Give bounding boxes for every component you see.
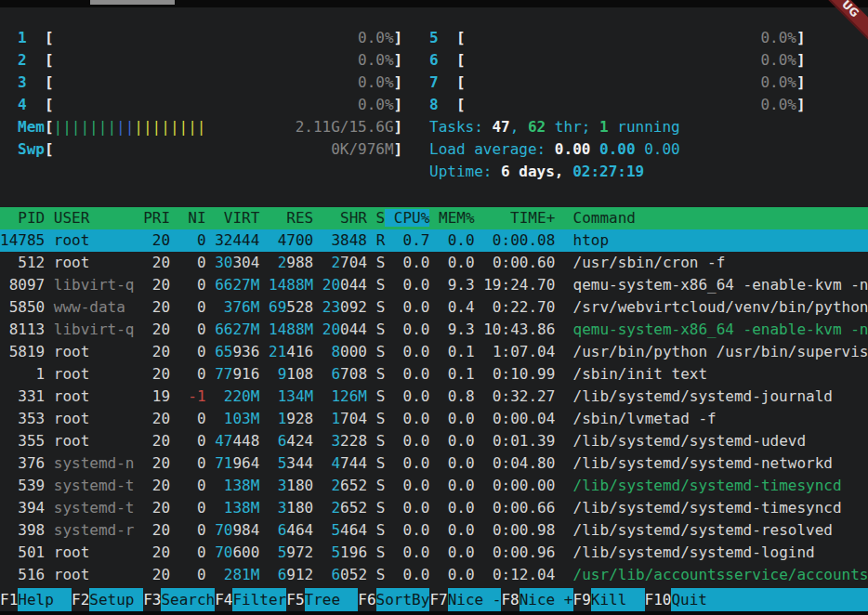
fn-action-nice-[interactable]: Nice + (519, 588, 573, 611)
column-header-pid[interactable]: PID (0, 209, 54, 227)
mem-cell: 0.0 (439, 521, 483, 539)
fn-key-f7[interactable]: F7 (429, 588, 447, 611)
fn-action-setup[interactable]: Setup (89, 588, 143, 611)
process-row[interactable]: 376 systemd-n 20 0 71964 5344 4744 S 0.0… (0, 452, 868, 475)
column-header-command[interactable]: Command (555, 209, 636, 227)
mem-cell: 0.0 (439, 566, 483, 583)
meter-close-bracket: ] (394, 96, 403, 113)
pid-cell: 1 (0, 365, 54, 383)
mem-value-highlight: 138M (224, 477, 260, 494)
column-header-shr[interactable]: SHR (322, 209, 376, 227)
pri-cell: 20 (143, 343, 179, 360)
meter-close-bracket: ] (796, 96, 806, 113)
column-header-user[interactable]: USER (54, 209, 143, 227)
meter-bar-area: 0K/976M (54, 138, 394, 161)
mem-value-highlight: 6 (278, 432, 287, 450)
mem-value: 044 (340, 276, 367, 294)
meter-bar-area: 0.0% (466, 72, 796, 94)
mem-cell: 0.0 (439, 432, 483, 450)
process-row[interactable]: 355 root 20 0 47448 6424 3228 S 0.0 0.0 … (0, 430, 868, 452)
fn-key-f4[interactable]: F4 (215, 588, 232, 611)
fn-key-f2[interactable]: F2 (72, 588, 89, 611)
mem-bar-green: | (54, 118, 63, 136)
user-cell: root (54, 410, 143, 427)
process-table: PID USER PRI NI VIRT RES SHR S CPU% MEM%… (0, 207, 868, 586)
mem-bar-blue: | (125, 118, 135, 136)
meter-open-bracket: [ (45, 29, 54, 46)
mem-bar-green: | (89, 118, 99, 136)
fn-action-kill[interactable]: Kill (591, 588, 645, 611)
process-row[interactable]: 8097 libvirt-q 20 0 6627M 1488M 20044 S … (0, 274, 868, 296)
process-row[interactable]: 353 root 20 0 103M 1928 1704 S 0.0 0.0 0… (0, 408, 868, 430)
meter-7: 7 [0.0%] (429, 72, 806, 94)
meter-close-bracket: ] (394, 29, 403, 46)
process-row[interactable]: 539 systemd-t 20 0 138M 3180 2652 S 0.0 … (0, 475, 868, 497)
pid-cell: 394 (0, 499, 54, 517)
fn-key-f9[interactable]: F9 (573, 588, 591, 611)
fn-key-f1[interactable]: F1 (0, 588, 18, 611)
pid-cell: 5819 (0, 343, 54, 360)
fn-action-help[interactable]: Help (18, 588, 72, 611)
process-row[interactable]: 512 root 20 0 30304 2988 2704 S 0.0 0.0 … (0, 252, 868, 274)
fn-key-f6[interactable]: F6 (358, 588, 375, 611)
meter-close-bracket: ] (394, 118, 403, 136)
process-row[interactable]: 1 root 20 0 77916 9108 6708 S 0.0 0.1 0:… (0, 363, 868, 386)
user-cell: root (54, 566, 143, 583)
column-header-res[interactable]: RES (269, 209, 322, 227)
cpu-cell: 0.0 (394, 254, 439, 271)
user-cell: root (54, 365, 143, 383)
column-header-ni[interactable]: NI (179, 209, 216, 227)
ni-cell: 0 (179, 410, 216, 427)
meter-open-bracket: [ (456, 73, 466, 91)
process-row-selected[interactable]: 14785 root 20 0 32444 4700 3848 R 0.7 0.… (0, 229, 868, 252)
process-row[interactable]: 8113 libvirt-q 20 0 6627M 1488M 20044 S … (0, 319, 868, 341)
meter-mem: Mem[|||||||||||||||||2.11G/15.6G] (18, 116, 402, 138)
mem-value: 916 (232, 365, 259, 383)
fn-action-search[interactable]: Search (161, 588, 215, 611)
state-cell: S (376, 477, 394, 494)
cpu-meter-value: 0.0% (760, 27, 796, 49)
process-row[interactable]: 394 systemd-t 20 0 138M 3180 2652 S 0.0 … (0, 497, 868, 519)
column-header-pri[interactable]: PRI (143, 209, 179, 227)
mem-meter-value: 2.11G/15.6G (296, 116, 394, 138)
fn-action-tree[interactable]: Tree (305, 588, 359, 611)
column-header-s[interactable]: S (376, 209, 386, 227)
cpu-meter-value: 0.0% (760, 72, 796, 94)
fn-key-f10[interactable]: F10 (645, 588, 672, 611)
process-row[interactable]: 331 root 19 -1 220M 134M 126M S 0.0 0.8 … (0, 386, 868, 408)
cpu-meter-value: 0.0% (358, 27, 394, 49)
fn-key-f5[interactable]: F5 (286, 588, 304, 611)
meter-label: 2 (18, 51, 45, 69)
mem-value-highlight: 23 (322, 298, 340, 316)
mem-value-highlight: 70 (215, 521, 232, 539)
fn-action-quit[interactable]: Quit (671, 588, 725, 611)
fn-action-sortby[interactable]: SortBy (376, 588, 430, 611)
fn-action-nice-[interactable]: Nice - (448, 588, 502, 611)
state-cell: S (376, 343, 394, 360)
mem-bar-yellow: | (161, 118, 170, 136)
process-row[interactable]: 5819 root 20 0 65936 21416 8000 S 0.0 0.… (0, 341, 868, 363)
mem-value: 448 (232, 432, 259, 450)
time-cell: 0:10.99 (483, 365, 572, 383)
process-row[interactable]: 501 root 20 0 70600 5972 5196 S 0.0 0.0 … (0, 542, 868, 564)
meter-open-bracket: [ (456, 96, 466, 113)
column-header-mem[interactable]: MEM% (429, 209, 474, 227)
fn-key-f3[interactable]: F3 (143, 588, 161, 611)
fn-bar-fill (725, 588, 868, 611)
fn-key-f8[interactable]: F8 (501, 588, 519, 611)
process-row[interactable]: 516 root 20 0 281M 6912 6052 S 0.0 0.0 0… (0, 564, 868, 586)
cpu-cell: 0.7 (394, 231, 439, 249)
column-header-virt[interactable]: VIRT (215, 209, 269, 227)
mem-value-highlight: 6627M (215, 276, 259, 294)
process-table-header[interactable]: PID USER PRI NI VIRT RES SHR S CPU% MEM%… (0, 207, 868, 229)
fn-action-filter[interactable]: Filter (232, 588, 286, 611)
time-cell: 0:04.80 (483, 454, 572, 472)
column-header-time[interactable]: TIME+ (475, 209, 556, 227)
column-header-cpu[interactable]: CPU% (385, 209, 429, 227)
ni-cell: 0 (179, 321, 216, 338)
mem-value: 936 (232, 343, 259, 360)
pid-cell: 8097 (0, 276, 54, 294)
cpu-cell: 0.0 (394, 432, 439, 450)
process-row[interactable]: 5850 www-data 20 0 376M 69528 23092 S 0.… (0, 296, 868, 319)
process-row[interactable]: 398 systemd-r 20 0 70984 6464 5464 S 0.0… (0, 519, 868, 542)
